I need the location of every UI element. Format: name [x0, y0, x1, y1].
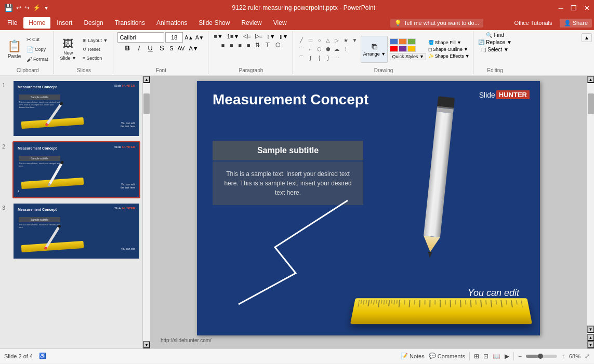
panel-scroll-down[interactable]: ▼ — [143, 341, 150, 348]
slide-image-3[interactable]: Measurement Concept Sample subtitle This… — [12, 203, 140, 260]
slide-image-2[interactable]: Measurement Concept Sample subtitle This… — [12, 141, 140, 198]
reset-button[interactable]: ↺Reset — [81, 46, 110, 53]
replace-button[interactable]: 🔄 Replace ▼ — [478, 39, 512, 45]
menu-transitions[interactable]: Transitions — [110, 17, 150, 29]
slide-thumb-1[interactable]: 1 Measurement Concept Sample subtitle Th… — [2, 80, 140, 137]
minimize-btn[interactable]: ─ — [559, 4, 563, 12]
paste-button[interactable]: 📋 Paste — [5, 38, 23, 60]
increase-font-btn[interactable]: A▲ — [184, 34, 194, 41]
close-btn[interactable]: ✕ — [584, 4, 590, 12]
decrease-indent-btn[interactable]: ◁≡ — [242, 32, 252, 40]
shape-rt-btn[interactable]: ▷ — [333, 36, 341, 45]
shape-cloud-btn[interactable]: ☁ — [333, 45, 341, 53]
v-scroll-thumb[interactable] — [588, 93, 594, 114]
slide-sorter-btn[interactable]: ⊡ — [483, 353, 489, 360]
shape-block-btn[interactable]: ⬡ — [315, 45, 323, 53]
shape-hex-btn[interactable]: ⬢ — [324, 45, 332, 53]
reading-view-btn[interactable]: 📖 — [493, 353, 500, 360]
menu-insert[interactable]: Insert — [51, 17, 77, 29]
slideshow-btn[interactable]: ▶ — [505, 353, 509, 360]
shape-fill-btn[interactable]: 🪣 Shape Fill ▼ — [428, 40, 470, 45]
menu-home[interactable]: Home — [23, 17, 50, 29]
shape-bend-btn[interactable]: ⌐ — [306, 45, 314, 53]
v-scroll-down[interactable]: ▼ — [587, 326, 595, 333]
copy-button[interactable]: 📄Copy — [24, 45, 50, 54]
menu-file[interactable]: File — [2, 17, 22, 29]
zoom-minus-btn[interactable]: − — [518, 353, 522, 360]
zoom-plus-btn[interactable]: + — [561, 353, 565, 360]
shape-effects-btn[interactable]: ✨ Shape Effects ▼ — [428, 53, 470, 59]
columns-btn[interactable]: ⫿▼ — [278, 32, 290, 40]
shadow-button[interactable]: S — [168, 45, 175, 52]
font-name-input[interactable] — [117, 32, 164, 43]
shape-c2-btn[interactable]: ∫ — [306, 54, 314, 62]
text-direction-btn[interactable]: ⇅ — [253, 41, 262, 49]
shape-outline-btn[interactable]: ◻ Shape Outline ▼ — [428, 47, 470, 52]
bullets-button[interactable]: ≡▼ — [213, 32, 225, 40]
customize-btn[interactable]: ▼ — [44, 5, 49, 11]
align-right-btn[interactable]: ≡ — [236, 41, 243, 49]
new-slide-button[interactable]: 🖼 NewSlide ▼ — [58, 37, 78, 62]
qs-swatch-4[interactable] — [390, 46, 398, 52]
shape-c5-btn[interactable]: ⋯ — [333, 54, 341, 62]
section-button[interactable]: ≡Section — [81, 55, 110, 62]
shape-curve-btn[interactable]: ⌒ — [297, 45, 306, 53]
shape-bang-btn[interactable]: ! — [341, 45, 350, 53]
cut-button[interactable]: ✂Cut — [24, 35, 50, 44]
shape-oval-btn[interactable]: ○ — [315, 36, 323, 45]
zoom-handle[interactable] — [538, 354, 543, 359]
align-center-btn[interactable]: ≡ — [228, 41, 235, 49]
qs-swatch-1[interactable] — [390, 38, 398, 45]
menu-animations[interactable]: Animations — [151, 17, 192, 29]
quick-styles-btn[interactable]: Quick Styles ▼ — [390, 53, 426, 60]
align-left-btn[interactable]: ≡ — [219, 41, 227, 49]
tell-me-box[interactable]: 💡 Tell me what you want to do... — [390, 19, 483, 28]
slide-thumb-3[interactable]: 3 Measurement Concept Sample subtitle Th… — [2, 203, 140, 260]
panel-scroll-thumb[interactable] — [143, 93, 150, 114]
v-scroll-next[interactable]: ▼ — [587, 341, 595, 348]
v-scroll-up[interactable]: ▲ — [587, 76, 595, 83]
redo-btn[interactable]: ↪ — [24, 4, 30, 11]
decrease-font-btn[interactable]: A▼ — [195, 34, 205, 41]
slide-thumb-2[interactable]: 2 Measurement Concept Sample subtitle Th… — [2, 141, 140, 198]
find-button[interactable]: 🔍 Find — [486, 32, 504, 38]
qs-swatch-2[interactable] — [399, 38, 407, 45]
collapse-ribbon-btn[interactable]: ▲ — [582, 33, 592, 42]
menu-view[interactable]: View — [268, 17, 292, 29]
fit-to-window-btn[interactable]: ⤢ — [585, 353, 590, 360]
normal-view-btn[interactable]: ⊞ — [474, 353, 479, 360]
slide-image-1[interactable]: Measurement Concept Sample subtitle This… — [12, 80, 140, 137]
numbering-button[interactable]: 1≡▼ — [226, 32, 241, 40]
shape-c3-btn[interactable]: { — [315, 54, 323, 62]
shape-rect-btn[interactable]: □ — [306, 36, 314, 45]
qs-swatch-6[interactable] — [407, 46, 416, 52]
qs-swatch-3[interactable] — [407, 38, 416, 45]
panel-scroll-up[interactable]: ▲ — [143, 76, 150, 83]
shape-c4-btn[interactable]: } — [324, 54, 332, 62]
menu-design[interactable]: Design — [78, 17, 108, 29]
undo-btn[interactable]: ↩ — [16, 4, 21, 11]
arrange-button[interactable]: ⧉ Arrange ▼ — [361, 36, 388, 63]
format-painter-button[interactable]: 🖌Format — [24, 55, 50, 63]
shape-more-btn[interactable]: ▼ — [350, 36, 359, 45]
office-tutorials-btn[interactable]: Office Tutorials — [514, 20, 552, 26]
text-align-vert-btn[interactable]: ⊤ — [263, 41, 272, 49]
bold-button[interactable]: B — [122, 44, 133, 52]
menu-review[interactable]: Review — [236, 17, 267, 29]
shape-star-btn[interactable]: ★ — [341, 36, 350, 45]
increase-indent-btn[interactable]: ▷≡ — [254, 32, 264, 40]
v-scroll-prev[interactable]: ▲ — [587, 334, 595, 341]
char-spacing-button[interactable]: AV — [176, 45, 187, 52]
save-icon[interactable]: ⚡ — [33, 4, 41, 11]
zoom-slider[interactable] — [526, 355, 557, 358]
font-color-button[interactable]: A▼ — [187, 45, 200, 52]
notes-btn[interactable]: 📝 Notes — [401, 353, 425, 359]
strikethrough-button[interactable]: S — [156, 44, 167, 52]
share-btn[interactable]: 👤 Share — [560, 19, 592, 28]
shape-c1-btn[interactable]: ⌒ — [297, 54, 306, 62]
qs-swatch-5[interactable] — [399, 46, 407, 52]
shape-tri-btn[interactable]: △ — [324, 36, 332, 45]
restore-btn[interactable]: ❐ — [571, 4, 577, 12]
layout-button[interactable]: ⊞Layout ▼ — [81, 37, 110, 44]
underline-button[interactable]: U — [145, 44, 155, 52]
